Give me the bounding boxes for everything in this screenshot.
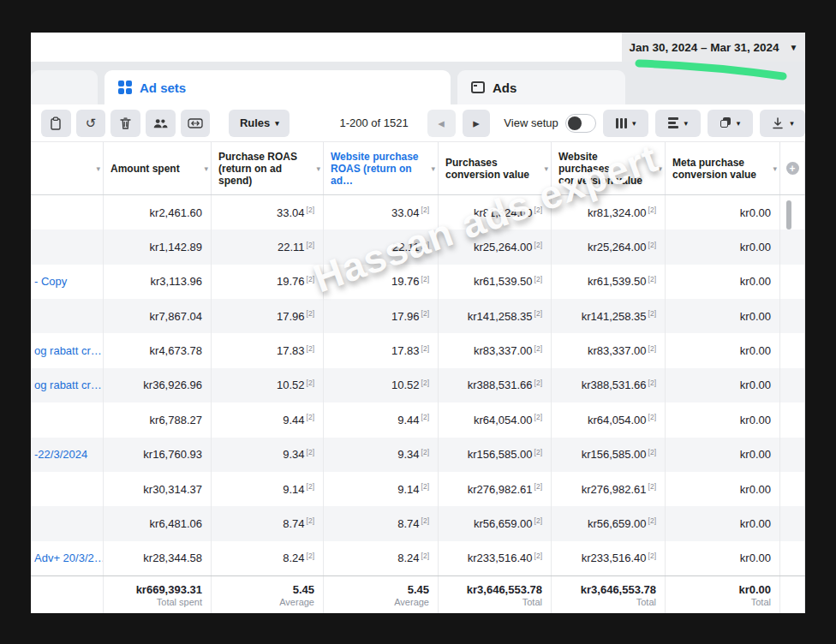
date-range-selector[interactable]: Jan 30, 2024 – Mar 31, 2024 ▼ [622, 33, 805, 62]
vertical-scrollbar[interactable] [786, 200, 791, 230]
header-amount-spent[interactable]: Amount spent ▾ [104, 142, 212, 194]
website-purchase-roas-cell: 19.76[2] [324, 265, 439, 299]
top-bar: Jan 30, 2024 – Mar 31, 2024 ▼ [31, 33, 805, 62]
next-page-button[interactable]: ▸ [463, 110, 491, 137]
footnote-marker: [2] [534, 413, 542, 421]
purchase-roas-cell: 9.34[2] [212, 438, 324, 472]
purchase-roas-cell: 17.83[2] [212, 333, 324, 367]
amount-spent-cell: kr28,344.58 [104, 541, 212, 575]
website-purchase-roas-cell: 9.34[2] [324, 438, 439, 472]
breakdown-button[interactable]: ▾ [655, 110, 701, 137]
trash-icon [119, 116, 132, 130]
columns-button[interactable]: ▾ [603, 110, 648, 137]
tab-ad-sets-label: Ad sets [140, 80, 186, 95]
row-spacer [780, 402, 805, 437]
name-cell[interactable]: - Copy [31, 265, 104, 299]
people-icon [152, 117, 168, 129]
header-meta-purchase-conversion-value[interactable]: Meta purchase conversion value ▾ [666, 142, 780, 194]
audiences-button[interactable] [146, 110, 176, 137]
footnote-marker: [2] [648, 206, 656, 214]
name-cell[interactable]: og rabatt cr… [31, 333, 104, 367]
website-purchase-roas-cell: 22.11[2] [324, 230, 439, 264]
totals-meta-purchase-conversion-value: kr0.00 Total [666, 576, 780, 613]
website-purchases-conversion-value-cell: kr156,585.00[2] [552, 438, 666, 472]
reports-button[interactable]: ▾ [708, 110, 753, 137]
table-row[interactable]: kr6,481.068.74[2]8.74[2]kr56,659.00[2]kr… [31, 506, 805, 540]
table-row[interactable]: kr7,867.0417.96[2]17.96[2]kr141,258.35[2… [31, 299, 805, 333]
ads-icon [471, 81, 485, 93]
chevron-down-icon: ▾ [632, 119, 636, 128]
website-purchase-roas-cell: 10.52[2] [324, 368, 439, 402]
amount-spent-cell: kr1,142.89 [104, 230, 212, 264]
footnote-marker: [2] [534, 552, 542, 560]
table-row[interactable]: og rabatt cr…kr4,673.7817.83[2]17.83[2]k… [31, 333, 805, 367]
tab-ad-sets[interactable]: Ad sets [104, 70, 451, 104]
table-row[interactable]: Adv+ 20/3/2…kr28,344.588.24[2]8.24[2]kr2… [31, 541, 805, 575]
undo-button[interactable]: ↺ [76, 110, 106, 137]
name-cell[interactable]: Adv+ 20/3/2… [31, 541, 104, 575]
amount-spent-cell: kr3,113.96 [104, 265, 212, 299]
screenshot-stage: Jan 30, 2024 – Mar 31, 2024 ▼ Ad sets Ad… [0, 0, 836, 644]
website-purchase-roas-cell: 8.24[2] [324, 541, 439, 575]
name-cell [31, 195, 104, 230]
tab-campaigns-stub[interactable] [31, 70, 98, 104]
row-spacer [780, 506, 805, 540]
header-purchase-roas[interactable]: Purchase ROAS (return on ad spend) ▾ [212, 142, 324, 194]
footnote-marker: [2] [421, 241, 429, 249]
table-row[interactable]: og rabatt cr…kr36,926.9610.52[2]10.52[2]… [31, 368, 805, 402]
footnote-marker: [2] [307, 552, 314, 560]
name-cell [31, 299, 104, 333]
footnote-marker: [2] [421, 413, 429, 421]
footnote-marker: [2] [534, 344, 542, 353]
table-row[interactable]: kr2,461.6033.04[2]33.04[2]kr81,324.00[2]… [31, 195, 805, 230]
footnote-marker: [2] [421, 206, 429, 214]
table-row[interactable]: - Copykr3,113.9619.76[2]19.76[2]kr61,539… [31, 265, 805, 299]
purchases-conversion-value-cell: kr388,531.66[2] [439, 368, 552, 402]
footnote-marker: [2] [648, 241, 656, 249]
footnote-marker: [2] [421, 379, 429, 387]
header-ad-set-name[interactable]: ▾ [31, 142, 104, 194]
tab-ads[interactable]: Ads [457, 70, 625, 104]
duplicate-button[interactable] [41, 110, 71, 137]
footnote-marker: [2] [421, 344, 429, 353]
name-cell[interactable]: -22/3/2024 [31, 438, 104, 472]
footnote-marker: [2] [534, 309, 542, 318]
header-add-column[interactable]: + [780, 142, 805, 194]
name-cell[interactable]: og rabatt cr… [31, 368, 104, 402]
table-row[interactable]: kr1,142.8922.11[2]22.11[2]kr25,264.00[2]… [31, 230, 805, 264]
header-website-purchases-conversion-value[interactable]: Website purchases conversion value ▾ [552, 142, 666, 194]
chevron-down-icon: ▾ [96, 164, 100, 173]
website-purchases-conversion-value-cell: kr233,516.40[2] [552, 541, 666, 575]
table-row[interactable]: kr6,788.279.44[2]9.44[2]kr64,054.00[2]kr… [31, 402, 805, 437]
footnote-marker: [2] [421, 482, 429, 491]
swap-arrows-icon [188, 117, 203, 129]
table-row[interactable]: kr30,314.379.14[2]9.14[2]kr276,982.61[2]… [31, 472, 805, 506]
previous-page-button[interactable]: ◂ [427, 110, 456, 137]
header-website-purchase-roas[interactable]: Website purchase ROAS (return on ad… ▾ [324, 142, 439, 194]
meta-purchase-conversion-value-cell: kr0.00 [666, 472, 780, 506]
rules-button[interactable]: Rules ▾ [229, 110, 290, 137]
export-button[interactable]: ▾ [760, 110, 805, 137]
website-purchase-roas-cell: 17.83[2] [324, 333, 439, 367]
website-purchases-conversion-value-cell: kr61,539.50[2] [552, 265, 666, 299]
footnote-marker: [2] [534, 482, 542, 491]
purchases-conversion-value-cell: kr83,337.00[2] [439, 333, 552, 367]
header-purchases-conversion-value[interactable]: Purchases conversion value ▾ [439, 142, 552, 194]
ab-test-button[interactable] [181, 110, 211, 137]
name-cell [31, 402, 104, 437]
footnote-marker: [2] [307, 206, 314, 214]
amount-spent-cell: kr2,461.60 [104, 195, 212, 230]
meta-purchase-conversion-value-cell: kr0.00 [666, 299, 780, 333]
view-setup-toggle[interactable] [565, 114, 597, 133]
footnote-marker: [2] [534, 241, 542, 249]
delete-button[interactable] [110, 110, 140, 137]
table-row[interactable]: -22/3/2024kr16,760.939.34[2]9.34[2]kr156… [31, 438, 805, 472]
purchase-roas-cell: 8.74[2] [212, 506, 324, 540]
website-purchases-conversion-value-cell: kr388,531.66[2] [552, 368, 666, 402]
pagination-status: 1-200 of 1521 [339, 116, 408, 129]
amount-spent-cell: kr7,867.04 [104, 299, 212, 333]
website-purchases-conversion-value-cell: kr81,324.00[2] [552, 195, 666, 230]
row-spacer [780, 333, 805, 367]
footnote-marker: [2] [534, 275, 542, 283]
undo-icon: ↺ [86, 116, 97, 129]
